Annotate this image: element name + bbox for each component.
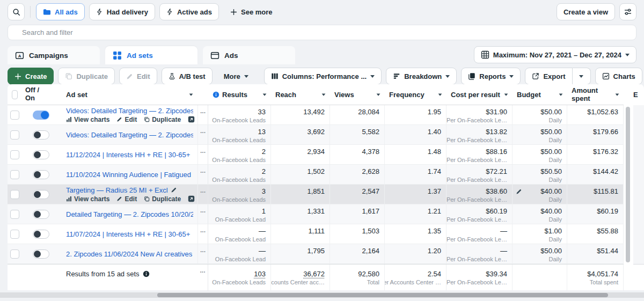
row-checkbox[interactable] — [10, 170, 19, 179]
row-checkbox[interactable] — [10, 249, 19, 259]
adset-name-link[interactable]: 11/10/2024 Winning Audience | Fatigued |… — [66, 171, 193, 179]
filter-active-ads[interactable]: Active ads — [159, 3, 219, 20]
reports-button[interactable]: Reports — [461, 68, 521, 85]
column-header-amount-spent[interactable]: Amount spent — [567, 84, 624, 105]
open-in-new-button[interactable] — [188, 195, 195, 202]
reach-cell: 1,502 — [271, 165, 330, 184]
adset-name-link[interactable]: 11/07/2024 | Interests HH + RE | 30-65+ — [66, 230, 190, 238]
column-header-cost-per-result[interactable]: Cost per result — [447, 84, 513, 105]
row-duplicate-button[interactable]: Duplicate — [144, 116, 181, 123]
duplicate-button[interactable]: Duplicate — [58, 68, 115, 85]
create-a-view-button[interactable]: Create a view — [557, 3, 615, 20]
table-row[interactable]: Targeting — Radius 25 MI + Excl View cha… — [8, 185, 624, 204]
column-header-frequency[interactable]: Frequency — [385, 84, 447, 105]
summary-views: 92,580 — [358, 270, 379, 278]
adset-name-link[interactable]: Targeting — Radius 25 MI + Excl — [66, 186, 168, 194]
row-checkbox[interactable] — [10, 130, 19, 140]
row-edit-button[interactable]: Edit — [116, 116, 137, 123]
toggle-knob — [41, 111, 49, 119]
filter-all-ads[interactable]: All ads — [36, 3, 85, 20]
row-edit-button[interactable]: Edit — [116, 195, 137, 203]
horizontal-scrollbar-thumb[interactable] — [157, 293, 608, 297]
onoff-toggle[interactable] — [33, 230, 49, 239]
row-checkbox[interactable] — [10, 150, 19, 159]
table-row[interactable]: 11/07/2024 | Interests HH + RE | 30-65+ … — [8, 224, 624, 244]
vertical-scrollbar[interactable] — [626, 107, 630, 262]
filter-label: Had delivery — [107, 8, 148, 16]
results-cell: —On-Facebook Lead — [208, 244, 271, 263]
onoff-toggle[interactable] — [33, 170, 49, 179]
breakdown-button[interactable]: Breakdown — [386, 68, 457, 85]
adset-name-link[interactable]: Videos: Detailed Targeting — 2. Zipcodes… — [66, 107, 193, 115]
bar-chart-icon — [66, 196, 72, 202]
sort-caret-icon — [377, 93, 380, 96]
adset-name-link[interactable]: 2. Zipcodes 11/06/2024 New AI creatives — [66, 250, 192, 258]
charts-button[interactable]: Charts — [595, 68, 642, 85]
onoff-toggle[interactable] — [33, 130, 49, 140]
horizontal-scrollbar-track[interactable] — [0, 292, 644, 298]
views-cell: 1,503 — [330, 224, 385, 244]
table-row[interactable]: 11/12/2024 | Interests HH + RE | 30-65+ … — [8, 145, 624, 165]
table-body: Videos: Detailed Targeting — 2. Zipcodes… — [8, 105, 644, 264]
create-button[interactable]: Create — [8, 68, 54, 85]
row-checkbox[interactable] — [10, 230, 19, 239]
summary-reach[interactable]: 36,672 — [303, 270, 325, 278]
see-more-button[interactable]: See more — [223, 3, 280, 20]
column-header-results[interactable]: Results — [208, 84, 271, 105]
adset-name-link[interactable]: Videos: Detailed Targeting — 2. Zipcodes… — [66, 131, 193, 139]
budget-edit-icon[interactable] — [516, 188, 522, 195]
open-in-new-icon — [188, 195, 195, 202]
plus-icon — [230, 9, 237, 16]
open-in-new-button[interactable] — [188, 116, 195, 123]
column-header-adset[interactable]: Ad set — [60, 84, 197, 105]
tab-ad-sets[interactable]: Ad sets — [105, 46, 197, 64]
view-charts-button[interactable]: View charts — [66, 195, 109, 203]
results-cell: 3On-Facebook Leads — [208, 185, 271, 204]
row-checkbox[interactable] — [10, 111, 19, 120]
filter-had-delivery[interactable]: Had delivery — [89, 3, 155, 20]
truncation-ellipsis: ... — [200, 127, 206, 135]
adset-name-link[interactable]: Detailed Targeting — 2. Zipcodes 10/20/2… — [66, 210, 193, 218]
more-button[interactable]: More — [217, 68, 255, 85]
summary-results[interactable]: 103 — [254, 270, 266, 278]
onoff-toggle[interactable] — [33, 190, 49, 199]
column-header-reach[interactable]: Reach — [271, 84, 330, 105]
summary-label: Results from 15 ad sets — [66, 270, 140, 278]
export-dropdown-button[interactable] — [573, 68, 591, 85]
onoff-toggle[interactable] — [33, 111, 49, 120]
results-cell: 33On-Facebook Leads — [208, 105, 271, 124]
row-checkbox[interactable] — [10, 210, 19, 219]
ab-test-button[interactable]: A/B test — [162, 68, 213, 85]
column-header-views[interactable]: Views — [330, 84, 385, 105]
view-settings-button[interactable] — [619, 3, 636, 20]
onoff-toggle[interactable] — [33, 150, 49, 159]
search-button[interactable] — [8, 3, 25, 20]
chevron-down-icon — [370, 75, 375, 78]
column-header-budget[interactable]: Budget — [513, 84, 567, 105]
select-all-checkbox[interactable] — [12, 90, 18, 99]
cost-per-result-cell: $13.82Per On-Facebook Le… — [447, 125, 513, 144]
export-button[interactable]: Export — [525, 68, 572, 85]
column-header-ends[interactable]: E — [633, 84, 644, 105]
tab-campaigns[interactable]: A Campaigns — [8, 46, 100, 64]
table-row[interactable]: 11/10/2024 Winning Audience | Fatigued |… — [8, 165, 624, 185]
duplicate-icon — [65, 72, 72, 80]
adset-name-link[interactable]: 11/12/2024 | Interests HH + RE | 30-65+ — [66, 151, 190, 159]
amount-spent-cell: $176.32 — [567, 145, 624, 164]
edit-button[interactable]: Edit — [119, 68, 157, 85]
columns-button[interactable]: Columns: Performance ... — [264, 68, 382, 85]
table-row[interactable]: 2. Zipcodes 11/06/2024 New AI creatives … — [8, 244, 624, 264]
tab-ads[interactable]: Ads — [203, 46, 295, 64]
date-range-button[interactable]: Maximum: Nov 27, 2021 – Dec 27, 2024 — [474, 46, 636, 63]
row-duplicate-button[interactable]: Duplicate — [144, 195, 181, 203]
row-checkbox[interactable] — [10, 190, 19, 199]
search-filter-input[interactable] — [8, 25, 636, 40]
view-charts-button[interactable]: View charts — [66, 116, 109, 123]
table-row[interactable]: Detailed Targeting — 2. Zipcodes 10/20/2… — [8, 204, 624, 224]
onoff-toggle[interactable] — [33, 249, 49, 259]
table-row[interactable]: Videos: Detailed Targeting — 2. Zipcodes… — [8, 105, 624, 125]
table-header: Off / On Ad set Results Reach Views Freq… — [8, 84, 624, 105]
table-row[interactable]: Videos: Detailed Targeting — 2. Zipcodes… — [8, 125, 624, 145]
onoff-toggle[interactable] — [33, 210, 49, 219]
name-edit-icon[interactable] — [171, 187, 177, 193]
